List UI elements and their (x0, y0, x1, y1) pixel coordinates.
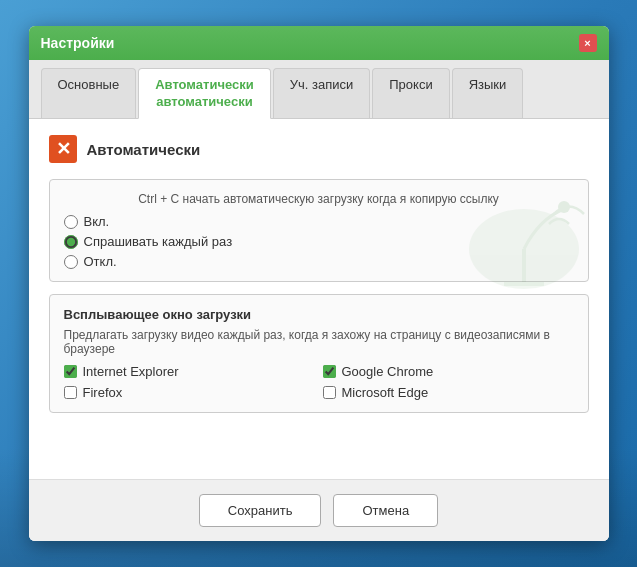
auto-icon: ✕ (49, 135, 77, 163)
radio-ask-input[interactable] (64, 235, 78, 249)
satellite-watermark (449, 169, 589, 328)
svg-text:✕: ✕ (55, 139, 70, 159)
checkbox-edge-input[interactable] (323, 386, 336, 399)
tab-basic[interactable]: Основные (41, 68, 137, 119)
tab-languages[interactable]: Языки (452, 68, 524, 119)
checkbox-ie[interactable]: Internet Explorer (64, 364, 315, 379)
section-header: ✕ Автоматически (49, 135, 589, 163)
dialog-title: Настройки (41, 35, 115, 51)
radio-off-input[interactable] (64, 255, 78, 269)
checkbox-ie-label: Internet Explorer (83, 364, 179, 379)
close-button[interactable]: × (579, 34, 597, 52)
tab-auto[interactable]: Автоматическиавтоматически (138, 68, 271, 120)
checkbox-chrome-label: Google Chrome (342, 364, 434, 379)
radio-on-input[interactable] (64, 215, 78, 229)
browser-checkbox-grid: Internet Explorer Google Chrome Firefox … (64, 364, 574, 400)
checkbox-chrome[interactable]: Google Chrome (323, 364, 574, 379)
tab-accounts[interactable]: Уч. записи (273, 68, 371, 119)
radio-off-label: Откл. (84, 254, 117, 269)
section-title: Автоматически (87, 141, 201, 158)
checkbox-ie-input[interactable] (64, 365, 77, 378)
popup-card-desc: Предлагать загрузку видео каждый раз, ко… (64, 328, 574, 356)
save-button[interactable]: Сохранить (199, 494, 322, 527)
tab-proxy[interactable]: Прокси (372, 68, 449, 119)
checkbox-edge[interactable]: Microsoft Edge (323, 385, 574, 400)
tab-bar: Основные Автоматическиавтоматически Уч. … (29, 60, 609, 120)
radio-on-label: Вкл. (84, 214, 110, 229)
settings-dialog: Настройки × Основные Автоматическиавтома… (29, 26, 609, 542)
checkbox-chrome-input[interactable] (323, 365, 336, 378)
checkbox-firefox-input[interactable] (64, 386, 77, 399)
cancel-button[interactable]: Отмена (333, 494, 438, 527)
dialog-footer: Сохранить Отмена (29, 479, 609, 541)
checkbox-firefox[interactable]: Firefox (64, 385, 315, 400)
dialog-body: Основные Автоматическиавтоматически Уч. … (29, 60, 609, 542)
titlebar: Настройки × (29, 26, 609, 60)
checkbox-firefox-label: Firefox (83, 385, 123, 400)
radio-ask-label: Спрашивать каждый раз (84, 234, 233, 249)
tab-content: ✕ Автоматически Ctrl + C начать автомати… (29, 119, 609, 479)
checkbox-edge-label: Microsoft Edge (342, 385, 429, 400)
